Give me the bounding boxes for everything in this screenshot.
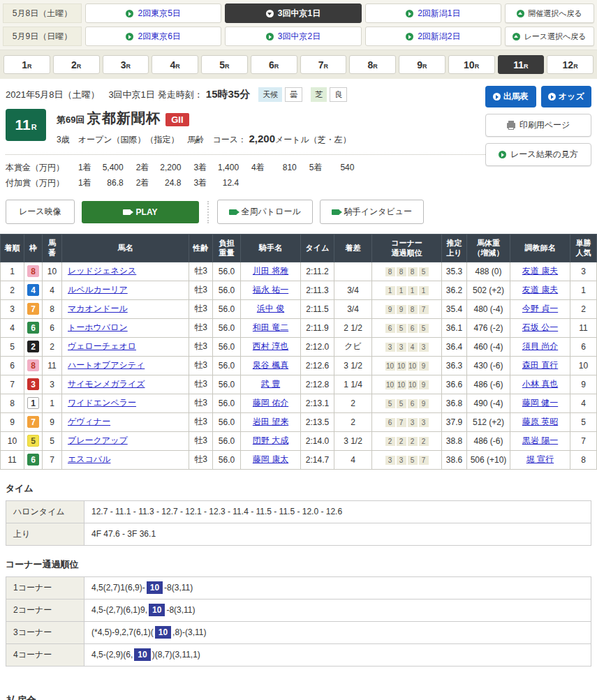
trainer-name-link[interactable]: 小林 真也 xyxy=(522,379,558,389)
jockey-cell: 和田 竜二 xyxy=(241,318,301,337)
carried-weight: 56.0 xyxy=(213,356,241,375)
race-tab-5r[interactable]: 5R xyxy=(201,55,248,74)
sex-age: 牡3 xyxy=(189,299,213,318)
jockey-name-link[interactable]: 浜中 俊 xyxy=(257,304,284,313)
horse-weight: 490 (-4) xyxy=(467,394,510,412)
race-tab-1r[interactable]: 1R xyxy=(3,55,50,74)
frame-cell: 7 xyxy=(24,412,43,431)
print-page-label: 印刷用ページ xyxy=(519,119,570,131)
horse-name-link[interactable]: ゲヴィナー xyxy=(68,417,110,426)
trainer-name-link[interactable]: 友道 康夫 xyxy=(522,285,558,295)
trainer-name-link[interactable]: 今野 貞一 xyxy=(522,304,558,313)
entry-table-button[interactable]: 出馬表 xyxy=(485,86,536,107)
horse-name-link[interactable]: ハートオブアシティ xyxy=(68,360,145,370)
win-favorite-rank: 4 xyxy=(570,394,597,412)
results-header-cell: 騎手名 xyxy=(241,234,301,262)
race-tab-number: 6 xyxy=(269,59,274,70)
horse-name-link[interactable]: レッドジェネシス xyxy=(68,266,136,276)
meeting-button[interactable]: 2回新潟1日 xyxy=(365,3,501,23)
frame-number-badge: 4 xyxy=(27,284,39,296)
race-tab-12r[interactable]: 12R xyxy=(547,55,594,74)
sex-age: 牡3 xyxy=(189,431,213,450)
back-button-label: レース選択へ戻る xyxy=(524,31,586,42)
horse-name-link[interactable]: エスコバル xyxy=(68,454,110,464)
jockey-name-link[interactable]: 福永 祐一 xyxy=(253,285,288,295)
trainer-cell: 今野 貞一 xyxy=(510,299,570,318)
back-button[interactable]: レース選択へ戻る xyxy=(505,27,594,46)
play-button[interactable]: PLAY xyxy=(82,201,199,223)
sex-age: 牡3 xyxy=(189,262,213,281)
horse-name-link[interactable]: サイモンメガライズ xyxy=(68,379,145,389)
horse-name-link[interactable]: ブレークアップ xyxy=(68,435,128,445)
trainer-name-link[interactable]: 黒岩 陽一 xyxy=(522,435,558,445)
race-tab-11r[interactable]: 11R xyxy=(498,55,545,74)
jockey-name-link[interactable]: 和田 竜二 xyxy=(253,322,288,332)
patrol-video-button[interactable]: 全周パトロール xyxy=(217,200,313,224)
race-tab-4r[interactable]: 4R xyxy=(152,55,198,74)
corner-positions: 3357 xyxy=(372,450,442,469)
trainer-name-link[interactable]: 森田 直行 xyxy=(522,360,558,370)
corner-order-text: 4,5(2,7)1(6,9)- xyxy=(91,583,145,593)
meeting-button[interactable]: 2回東京6日 xyxy=(85,27,221,46)
jockey-name-link[interactable]: 藤岡 佑介 xyxy=(253,398,288,408)
win-favorite-rank: 6 xyxy=(570,337,597,356)
corner-position-value: 2 xyxy=(408,437,418,446)
margin: 4 xyxy=(334,450,372,469)
trainer-name-link[interactable]: 堀 宣行 xyxy=(526,454,554,464)
jockey-name-link[interactable]: 川田 将雅 xyxy=(253,266,288,276)
race-tab-9r[interactable]: 9R xyxy=(399,55,445,74)
race-tab-suffix: R xyxy=(175,63,180,70)
race-tab-10r[interactable]: 10R xyxy=(448,55,495,74)
results-header-cell: 馬名 xyxy=(62,234,189,262)
horse-name-link[interactable]: ヴェローチェオロ xyxy=(68,341,136,351)
meeting-button[interactable]: 2回新潟2日 xyxy=(365,27,501,46)
back-button[interactable]: 開催選択へ戻る xyxy=(505,3,594,23)
estimated-agari: 36.4 xyxy=(442,337,467,356)
corner-position-value: 2 xyxy=(419,437,429,446)
jockey-interview-button[interactable]: 騎手インタビュー xyxy=(320,200,424,224)
horse-weight: 486 (-6) xyxy=(467,375,510,394)
horse-name-link[interactable]: ワイドエンペラー xyxy=(68,398,136,408)
jockey-name-link[interactable]: 団野 大成 xyxy=(253,435,288,445)
race-tab-7r[interactable]: 7R xyxy=(300,55,347,74)
jockey-name-link[interactable]: 泉谷 楓真 xyxy=(253,360,288,370)
corner-position-value: 3 xyxy=(397,456,406,465)
jockey-name-link[interactable]: 西村 淳也 xyxy=(253,341,288,351)
corner-positions: 6733 xyxy=(372,412,442,431)
trainer-name-link[interactable]: 藤原 英昭 xyxy=(522,417,558,426)
race-number-tabs: 1R2R3R4R5R6R7R8R9R10R11R12R xyxy=(0,50,597,79)
corner-position-value: 3 xyxy=(419,343,429,352)
horse-name-link[interactable]: マカオンドール xyxy=(68,304,128,313)
estimated-agari: 36.2 xyxy=(442,281,467,299)
arrow-right-icon xyxy=(548,93,556,100)
win-favorite-rank: 7 xyxy=(570,431,597,450)
trainer-name-link[interactable]: 須貝 尚介 xyxy=(522,341,558,351)
horse-name-link[interactable]: トーホウバロン xyxy=(68,322,128,332)
odds-button[interactable]: オッズ xyxy=(541,86,592,107)
frame-number-badge: 8 xyxy=(27,265,39,277)
meeting-button[interactable]: 3回中京2日 xyxy=(225,27,361,46)
trainer-name-link[interactable]: 藤岡 健一 xyxy=(522,398,558,408)
horse-name-cell: サイモンメガライズ xyxy=(62,375,189,394)
jockey-name-link[interactable]: 武 豊 xyxy=(261,379,280,389)
race-tab-6r[interactable]: 6R xyxy=(251,55,297,74)
meeting-button[interactable]: 3回中京1日 xyxy=(225,3,361,23)
meeting-button[interactable]: 2回東京5日 xyxy=(85,3,221,23)
jockey-name-link[interactable]: 藤岡 康太 xyxy=(253,454,288,464)
results-guide-button[interactable]: レース結果の見方 xyxy=(485,143,591,166)
result-row: 522ヴェローチェオロ牡356.0西村 淳也2:12.0クビ334336.446… xyxy=(1,337,597,356)
race-tab-3r[interactable]: 3R xyxy=(103,55,149,74)
trainer-name-link[interactable]: 友道 康夫 xyxy=(522,266,558,276)
jockey-cell: 岩田 望来 xyxy=(241,412,301,431)
odds-label: オッズ xyxy=(559,91,584,103)
race-tab-8r[interactable]: 8R xyxy=(349,55,396,74)
horse-name-cell: ヴェローチェオロ xyxy=(62,337,189,356)
corner-row-value: 4,5-(2,7)(6,1)9,10-8(3,11) xyxy=(84,599,591,621)
print-page-button[interactable]: 印刷用ページ xyxy=(485,114,591,137)
horse-number: 9 xyxy=(43,412,62,431)
horse-name-link[interactable]: ルペルカーリア xyxy=(68,285,128,295)
race-tab-2r[interactable]: 2R xyxy=(53,55,100,74)
jockey-name-link[interactable]: 岩田 望来 xyxy=(253,417,288,426)
trainer-name-link[interactable]: 石坂 公一 xyxy=(522,322,558,332)
green-arrow-icon xyxy=(126,33,133,40)
